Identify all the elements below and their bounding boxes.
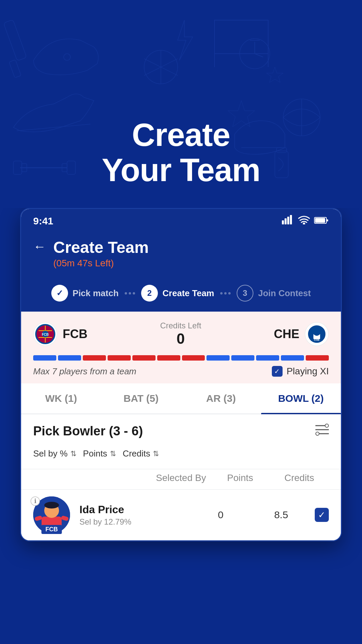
- progress-bar: [33, 355, 329, 361]
- svg-marker-3: [266, 67, 283, 83]
- phone-mockup: 9:41: [20, 208, 342, 541]
- phone-container: 9:41: [0, 208, 362, 541]
- team-home-name: FCB: [63, 327, 87, 341]
- match-bar: FCB FCB Credits Left 0 CHE CHE: [21, 312, 341, 355]
- svg-point-40: [316, 432, 319, 435]
- playing-xi-label: Playing XI: [287, 366, 329, 377]
- sort-points[interactable]: Points ⇅: [83, 445, 123, 462]
- seg-12: [306, 355, 329, 361]
- tab-bat[interactable]: BAT (5): [101, 383, 181, 414]
- app-header: ← Create Team (05m 47s Left): [21, 231, 341, 278]
- wifi-icon: [298, 215, 310, 227]
- team-away-logo: CHE: [305, 322, 329, 346]
- svg-rect-7: [3, 19, 26, 61]
- header-title-block: Create Team (05m 47s Left): [53, 238, 149, 269]
- svg-point-0: [64, 54, 70, 60]
- pick-bowler-title: Pick Bowler (3 - 6): [33, 424, 143, 438]
- svg-rect-8: [9, 60, 21, 78]
- filter-icon[interactable]: [315, 424, 329, 438]
- hero-section: Create Your Team: [0, 0, 362, 208]
- svg-rect-28: [326, 219, 328, 221]
- pick-section-header: Pick Bowler (3 - 6): [21, 414, 341, 438]
- sort-arrows-pts: ⇅: [110, 449, 116, 458]
- step-create-team: 2 Create Team: [141, 285, 214, 302]
- col-header-credits: Credits: [270, 473, 329, 483]
- seg-8: [206, 355, 230, 361]
- seg-9: [231, 355, 254, 361]
- seg-5: [132, 355, 156, 361]
- max-players-text: Max 7 players from a team: [33, 366, 136, 377]
- svg-rect-23: [285, 218, 287, 224]
- player-credits: 8.5: [254, 509, 308, 521]
- step-1-circle: ✓: [51, 285, 68, 302]
- stepper: ✓ Pick match 2 Create Team 3 Join Contes…: [21, 278, 341, 312]
- step-3-circle: 3: [237, 285, 253, 302]
- player-name: Ida Price: [79, 503, 187, 516]
- team-away: CHE CHE: [274, 322, 329, 346]
- step-1-label: Pick match: [73, 288, 119, 299]
- seg-11: [281, 355, 304, 361]
- seg-6: [157, 355, 180, 361]
- credits-display: Credits Left 0: [160, 321, 201, 347]
- col-header-player: [33, 473, 152, 483]
- col-header-selected-by: Selected By: [152, 473, 210, 483]
- step-2-circle: 2: [141, 285, 158, 302]
- seg-10: [256, 355, 279, 361]
- seg-7: [182, 355, 205, 361]
- column-headers: Selected By Points Credits: [21, 469, 341, 490]
- header-subtitle: (05m 47s Left): [53, 258, 149, 269]
- status-bar: 9:41: [21, 209, 341, 231]
- player-sel-by: Sel by 12.79%: [79, 517, 187, 527]
- sort-row: Sel by % ⇅ Points ⇅ Credits ⇅: [21, 438, 341, 469]
- sort-sel-by[interactable]: Sel by % ⇅: [33, 445, 83, 462]
- step-dots-1: [125, 292, 135, 294]
- sort-credits[interactable]: Credits ⇅: [123, 445, 166, 462]
- playing-xi-checkbox[interactable]: ✓: [272, 366, 283, 377]
- tab-ar[interactable]: AR (3): [181, 383, 261, 414]
- svg-rect-12: [275, 151, 288, 178]
- step-dots-2: [220, 292, 231, 294]
- team-home-logo: FCB: [33, 322, 57, 346]
- credits-value: 0: [160, 330, 201, 347]
- svg-rect-24: [287, 217, 289, 224]
- svg-text:CHE: CHE: [314, 338, 320, 341]
- svg-text:FCB: FCB: [42, 333, 49, 336]
- svg-line-16: [255, 54, 263, 57]
- tab-wk[interactable]: WK (1): [21, 383, 101, 414]
- status-icons: [282, 215, 329, 227]
- player-info-icon[interactable]: ℹ: [31, 496, 40, 506]
- team-home: FCB FCB: [33, 322, 87, 346]
- team-away-name: CHE: [274, 327, 299, 341]
- svg-rect-29: [315, 218, 325, 223]
- svg-rect-21: [67, 161, 75, 174]
- player-points: 0: [194, 509, 248, 521]
- player-avatar-wrap: ℹ: [33, 496, 70, 533]
- svg-point-39: [325, 424, 328, 427]
- svg-point-26: [303, 223, 305, 224]
- back-button[interactable]: ←: [33, 239, 46, 254]
- position-tabs: WK (1) BAT (5) AR (3) BOWL (2): [21, 383, 341, 414]
- step-3-label: Join Contest: [258, 288, 311, 299]
- step-join-contest: 3 Join Contest: [237, 285, 311, 302]
- seg-1: [33, 355, 56, 361]
- status-time: 9:41: [33, 215, 53, 227]
- col-header-points: Points: [210, 473, 269, 483]
- svg-rect-4: [215, 20, 268, 54]
- tab-bowl[interactable]: BOWL (2): [261, 383, 341, 414]
- battery-icon: [314, 215, 329, 227]
- sort-arrows-cred: ⇅: [153, 449, 159, 458]
- hero-title: Create Your Team: [102, 117, 260, 188]
- progress-info: Max 7 players from a team ✓ Playing XI: [33, 366, 329, 377]
- step-pick-match: ✓ Pick match: [51, 285, 119, 302]
- step-2-label: Create Team: [163, 288, 214, 299]
- playing-xi-control[interactable]: ✓ Playing XI: [272, 366, 329, 377]
- seg-3: [83, 355, 106, 361]
- player-select-checkbox[interactable]: ✓: [315, 508, 329, 522]
- credits-label: Credits Left: [160, 321, 201, 330]
- svg-rect-13: [277, 148, 287, 153]
- svg-rect-22: [282, 220, 284, 224]
- progress-section: Max 7 players from a team ✓ Playing XI: [21, 355, 341, 383]
- player-info: Ida Price Sel by 12.79%: [77, 503, 187, 527]
- svg-point-45: [44, 502, 59, 508]
- sort-arrows-sel: ⇅: [70, 449, 76, 458]
